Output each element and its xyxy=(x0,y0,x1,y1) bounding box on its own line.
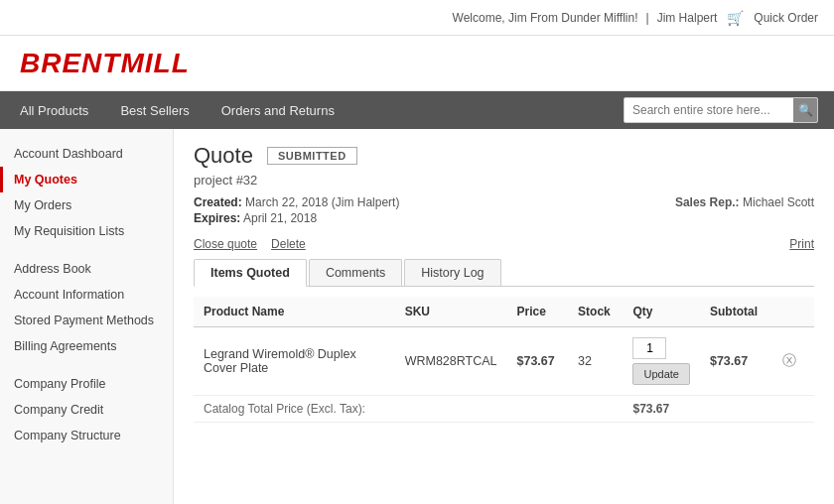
search-box: 🔍 xyxy=(624,97,818,123)
divider: | xyxy=(646,11,649,25)
sidebar-divider-2 xyxy=(0,359,173,371)
quote-project: project #32 xyxy=(194,173,814,188)
sidebar-item-billing-agreements[interactable]: Billing Agreements xyxy=(0,333,173,359)
tabs: Items Quoted Comments History Log xyxy=(194,259,814,287)
quote-actions-row: Close quote Delete Print xyxy=(194,237,814,251)
remove-icon[interactable]: ⓧ xyxy=(782,352,796,368)
sidebar-item-company-structure[interactable]: Company Structure xyxy=(0,423,173,448)
table-footer-row: Catalog Total Price (Excl. Tax): $73.67 xyxy=(194,396,814,423)
logo[interactable]: BRENTMILL xyxy=(20,48,190,79)
sidebar: Account Dashboard My Quotes My Orders My… xyxy=(0,129,174,504)
table-header-row: Product Name SKU Price Stock Qty Subtota… xyxy=(194,297,814,327)
cell-subtotal: $73.67 xyxy=(700,327,772,396)
cart-icon[interactable]: 🛒 xyxy=(727,10,744,26)
qty-input[interactable] xyxy=(632,337,666,359)
quote-header: Quote SUBMITTED xyxy=(194,143,814,169)
sidebar-divider-1 xyxy=(0,244,173,256)
quote-expires: Expires: April 21, 2018 xyxy=(194,211,399,225)
delete-link[interactable]: Delete xyxy=(271,237,306,251)
top-bar-links: Welcome, Jim From Dunder Mifflin! | Jim … xyxy=(453,10,818,26)
footer-empty2 xyxy=(772,396,814,423)
quick-order-link[interactable]: Quick Order xyxy=(754,11,818,25)
sidebar-item-my-quotes[interactable]: My Quotes xyxy=(0,167,173,192)
quote-title: Quote xyxy=(194,143,253,169)
nav-items: All Products Best Sellers Orders and Ret… xyxy=(16,95,624,126)
print-link[interactable]: Print xyxy=(789,237,814,251)
user-name-link[interactable]: Jim Halpert xyxy=(657,11,718,25)
cell-price: $73.67 xyxy=(507,327,569,396)
close-quote-link[interactable]: Close quote xyxy=(194,237,257,251)
update-button[interactable]: Update xyxy=(632,363,689,385)
search-input[interactable] xyxy=(625,103,793,117)
main-layout: Account Dashboard My Quotes My Orders My… xyxy=(0,129,834,504)
welcome-text: Welcome, Jim From Dunder Mifflin! xyxy=(453,11,638,25)
footer-label: Catalog Total Price (Excl. Tax): xyxy=(194,396,623,423)
sidebar-item-account-info[interactable]: Account Information xyxy=(0,282,173,308)
tab-history-log[interactable]: History Log xyxy=(404,259,500,286)
nav-bar: All Products Best Sellers Orders and Ret… xyxy=(0,91,834,129)
top-bar: Welcome, Jim From Dunder Mifflin! | Jim … xyxy=(0,0,834,36)
quote-actions-left: Close quote Delete xyxy=(194,237,306,251)
cell-sku: WRM828RTCAL xyxy=(395,327,507,396)
sidebar-item-company-credit[interactable]: Company Credit xyxy=(0,397,173,423)
sidebar-item-requisition-lists[interactable]: My Requisition Lists xyxy=(0,218,173,244)
search-button[interactable]: 🔍 xyxy=(793,97,817,123)
status-badge: SUBMITTED xyxy=(267,147,357,165)
sidebar-item-dashboard[interactable]: Account Dashboard xyxy=(0,141,173,167)
col-header-action xyxy=(772,297,814,327)
cell-stock: 32 xyxy=(568,327,623,396)
tab-items-quoted[interactable]: Items Quoted xyxy=(194,259,307,287)
logo-bar: BRENTMILL xyxy=(0,36,834,91)
nav-item-best-sellers[interactable]: Best Sellers xyxy=(116,95,193,126)
tab-comments[interactable]: Comments xyxy=(309,259,402,286)
cell-remove: ⓧ xyxy=(772,327,814,396)
col-header-stock: Stock xyxy=(568,297,623,327)
items-table: Product Name SKU Price Stock Qty Subtota… xyxy=(194,297,814,423)
cell-qty: Update xyxy=(623,327,699,396)
cell-product-name: Legrand Wiremold® Duplex Cover Plate xyxy=(194,327,395,396)
nav-item-all-products[interactable]: All Products xyxy=(16,95,92,126)
quote-created: Created: March 22, 2018 (Jim Halpert) xyxy=(194,195,399,209)
col-header-product: Product Name xyxy=(194,297,395,327)
col-header-sku: SKU xyxy=(395,297,507,327)
sidebar-item-my-orders[interactable]: My Orders xyxy=(0,192,173,218)
col-header-price: Price xyxy=(507,297,569,327)
col-header-qty: Qty xyxy=(623,297,699,327)
sidebar-item-company-profile[interactable]: Company Profile xyxy=(0,371,173,397)
col-header-subtotal: Subtotal xyxy=(700,297,772,327)
table-row: Legrand Wiremold® Duplex Cover Plate WRM… xyxy=(194,327,814,396)
footer-empty xyxy=(700,396,772,423)
sales-rep: Sales Rep.: Michael Scott xyxy=(675,195,814,209)
sidebar-item-address-book[interactable]: Address Book xyxy=(0,256,173,282)
nav-item-orders[interactable]: Orders and Returns xyxy=(217,95,339,126)
footer-value: $73.67 xyxy=(623,396,699,423)
sidebar-item-payment-methods[interactable]: Stored Payment Methods xyxy=(0,308,173,333)
content-area: Quote SUBMITTED project #32 Created: Mar… xyxy=(174,129,834,504)
